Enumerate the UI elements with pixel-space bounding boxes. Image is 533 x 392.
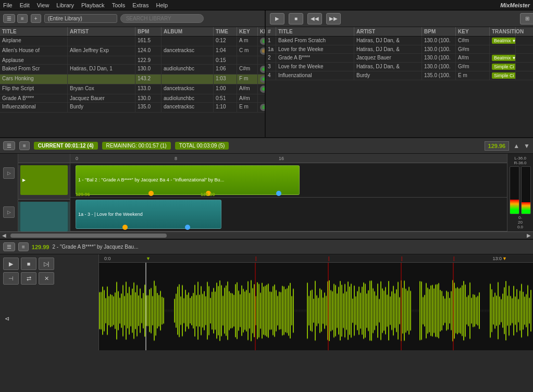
lib-album: audiolunchbc	[162, 94, 214, 102]
lib-title: Baked From Scr	[0, 65, 68, 74]
vu-label-r: R-36.0	[510, 161, 531, 165]
lib-album: dancetracksc	[162, 46, 214, 56]
cue-point-3[interactable]	[276, 191, 281, 196]
library-row[interactable]: Airplane 161.5 0:12 A m ①	[0, 36, 265, 46]
track-block-2[interactable]: 1a - 3 - | Love for the Weekend	[76, 200, 221, 229]
wf-loop-in-btn[interactable]: ⊣	[3, 272, 19, 285]
wf-play-btn[interactable]: ▶	[3, 258, 19, 270]
library-row[interactable]: Cars Honking 143.2 1:03 F m ⑧	[0, 75, 265, 84]
playlist-table: # TITLE ARTIST BPM KEY TRANSITION 1 Bake…	[266, 27, 533, 137]
menu-btn[interactable]: ☰	[3, 14, 15, 23]
timeline-left: ▷ ▷	[0, 154, 18, 231]
timeline-main: 0 8 16 1 - "Bal 2 : "Grade A B****" by J…	[70, 154, 507, 231]
rewind-button[interactable]: ◀◀	[307, 13, 322, 24]
wf-list-btn[interactable]: ≡	[18, 242, 29, 251]
timeline-ruler: 0 8 16	[70, 154, 507, 163]
pl-num: 3	[266, 63, 276, 71]
track-row-1: 1 - "Bal 2 : "Grade A B****" by Jacquez …	[70, 163, 507, 198]
wf-cue-2: |	[328, 256, 329, 261]
wf-menu-btn[interactable]: ☰	[3, 242, 15, 251]
bpm-display[interactable]: 129.96	[485, 141, 510, 151]
lib-time: 1:00	[214, 84, 237, 94]
tl-menu-btn[interactable]: ☰	[3, 141, 15, 150]
wf-bpm: 129.99	[32, 244, 49, 250]
track-add-btn2[interactable]: ▷	[3, 206, 15, 218]
cue-point-5[interactable]	[185, 225, 190, 230]
menu-view[interactable]: View	[37, 2, 49, 8]
pl-artist: Hatiras, DJ Dan, &	[354, 63, 422, 71]
lib-time: 1:06	[214, 65, 237, 74]
total-time: TOTAL 00:03:09 (5)	[175, 142, 229, 150]
lib-keycode: ②	[258, 103, 265, 112]
playlist-header: # TITLE ARTIST BPM KEY TRANSITION	[266, 27, 533, 36]
scroll-thumb[interactable]	[10, 234, 167, 238]
bpm-down[interactable]: ▼	[524, 142, 530, 150]
lib-artist: Bryan Cox	[68, 84, 135, 94]
menu-tools[interactable]: Tools	[112, 2, 126, 8]
menu-extras[interactable]: Extras	[132, 2, 148, 8]
wf-remove-btn[interactable]: ✕	[39, 272, 54, 285]
col-time: TIME	[214, 27, 237, 36]
timeline-nav: ▶	[18, 154, 70, 231]
menu-library[interactable]: Library	[56, 2, 74, 8]
library-row[interactable]: Grade A B**** Jacquez Bauer 130.0 audiol…	[0, 94, 265, 103]
output-btn[interactable]: ⊞	[520, 13, 533, 24]
menu-edit[interactable]: Edit	[20, 2, 30, 8]
scroll-left[interactable]: ◀	[0, 232, 8, 238]
lib-bpm: 124.0	[135, 46, 162, 56]
wf-right-btn[interactable]: ▷|	[39, 258, 54, 270]
library-row[interactable]: Baked From Scr Hatiras, DJ Dan, 1 130.0 …	[0, 65, 265, 75]
library-row[interactable]: Influenzational Burdy 135.0 dancetracksc…	[0, 103, 265, 113]
lib-time: 0:51	[214, 94, 237, 102]
menu-playback[interactable]: Playback	[81, 2, 105, 8]
playlist-row[interactable]: 1a Love for the Weeke Hatiras, DJ Dan, &…	[266, 45, 533, 54]
cue-point-1[interactable]	[148, 191, 154, 196]
tl-list-btn[interactable]: ≡	[19, 141, 30, 150]
lib-title: Grade A B****	[0, 94, 68, 102]
library-row[interactable]: Flip the Script Bryan Cox 133.0 dancetra…	[0, 84, 265, 94]
wf-playhead-marker: ▼	[146, 256, 151, 261]
fastforward-button[interactable]: ▶▶	[326, 13, 341, 24]
library-row[interactable]: Applause 122.9 0:15	[0, 56, 265, 65]
bpm-up[interactable]: ▲	[513, 142, 519, 150]
lib-key: A#m	[237, 94, 258, 102]
cue-point-4[interactable]	[122, 225, 128, 230]
pl-bpm: 130.0 (100.	[422, 45, 456, 53]
library-panel: ☰ ≡ + TITLE ARTIST BPM ALBUM TIME KEY KE…	[0, 10, 266, 137]
menu-help[interactable]: Help	[156, 2, 168, 8]
search-input[interactable]	[120, 14, 204, 23]
ctrl-side-btn[interactable]: ⊲	[3, 290, 10, 347]
wf-shuffle-btn[interactable]: ⇄	[21, 272, 36, 285]
menu-file[interactable]: File	[3, 2, 13, 8]
ctrl-spacer	[3, 287, 95, 288]
timeline-toolbar: ☰ ≡ CURRENT 00:01:12 (4) REMAINING: 00:0…	[0, 138, 533, 154]
playlist-row[interactable]: 1 Baked From Scratch Hatiras, DJ Dan, & …	[266, 36, 533, 45]
remaining-time: REMAINING: 00:01:57 (1)	[102, 142, 171, 150]
current-time: CURRENT 00:01:12 (4)	[34, 142, 98, 150]
wf-stop-btn[interactable]: ■	[21, 258, 36, 270]
library-rows: Airplane 161.5 0:12 A m ① Allen's House …	[0, 36, 265, 113]
library-dropdown[interactable]	[44, 14, 117, 23]
library-header: TITLE ARTIST BPM ALBUM TIME KEY KEYCODE	[0, 27, 265, 36]
scroll-right[interactable]: ▶	[525, 232, 533, 238]
list-btn[interactable]: ≡	[17, 14, 28, 23]
playlist-row[interactable]: 4 Influenzational Burdy 135.0 (100. E m …	[266, 71, 533, 80]
lib-bpm: 143.2	[135, 75, 162, 84]
timeline-scrollbar[interactable]: ◀ ▶	[0, 231, 533, 239]
pl-num: 4	[266, 71, 276, 80]
add-track-button[interactable]: +	[31, 14, 41, 23]
playlist-row[interactable]: 2 Grade A B**** Jacquez Bauer 130.0 (100…	[266, 54, 533, 63]
track-add-btn[interactable]: ▷	[3, 167, 15, 179]
play-button[interactable]: ▶	[270, 13, 284, 24]
pl-artist: Hatiras, DJ Dan, &	[354, 36, 422, 45]
stop-button[interactable]: ■	[289, 13, 303, 24]
pl-col-num: #	[266, 27, 276, 36]
lib-key: A#m	[237, 84, 258, 94]
nav-block2	[20, 202, 68, 232]
library-row[interactable]: Allen's House of Allen Jeffrey Exp 124.0…	[0, 46, 265, 56]
lib-time: 1:10	[214, 103, 237, 112]
bpm-label-1: 129.96	[76, 192, 90, 197]
pl-bpm: 130.0 (100.	[422, 63, 456, 71]
playlist-row[interactable]: 3 Love for the Weeke Hatiras, DJ Dan, & …	[266, 63, 533, 71]
track-block-1[interactable]: 1 - "Bal 2 : "Grade A B****" by Jacquez …	[76, 165, 300, 195]
